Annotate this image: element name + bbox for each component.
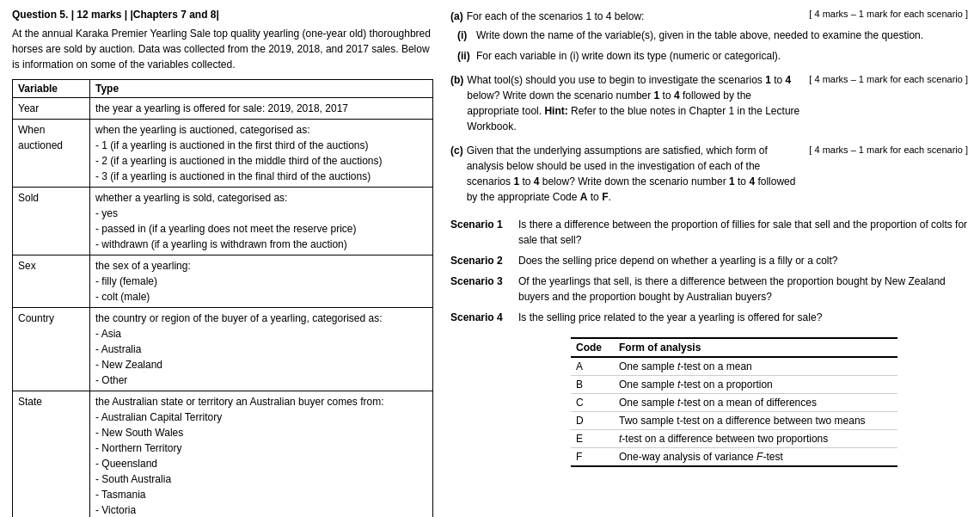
part-a-label: (a): [450, 9, 463, 24]
part-c-text: Given that the underlying assumptions ar…: [467, 145, 796, 203]
var-year: Year: [13, 98, 90, 120]
analysis-c: One sample t-test on a mean of differenc…: [614, 394, 897, 412]
code-row-e: E t-test on a difference between two pro…: [571, 430, 897, 448]
table-row: Sex the sex of a yearling: - filly (fema…: [13, 255, 433, 308]
part-a-text: For each of the scenarios 1 to 4 below:: [467, 9, 645, 24]
part-c-label: (c): [450, 143, 463, 158]
code-row-c: C One sample t-test on a mean of differe…: [571, 394, 897, 412]
part-c-content: Given that the underlying assumptions ar…: [467, 143, 806, 205]
code-row-a: A One sample t-test on a mean: [571, 357, 897, 376]
sub-part-i: (i) Write down the name of the variable(…: [450, 28, 968, 43]
scenarios-section: Scenario 1 Is there a difference between…: [450, 217, 968, 325]
intro-text: At the annual Karaka Premier Yearling Sa…: [12, 26, 433, 72]
var-sold: Sold: [13, 188, 90, 255]
table-row: Country the country or region of the buy…: [13, 308, 433, 391]
code-a: A: [571, 357, 614, 376]
sub-ii-text: For each variable in (i) write down its …: [476, 48, 781, 64]
table-row: Whenauctioned when the yearling is aucti…: [13, 120, 433, 188]
type-year: the year a yearling is offered for sale:…: [90, 98, 433, 120]
question-title: Question 5. | 12 marks | |Chapters 7 and…: [12, 9, 433, 21]
part-b-text: What tool(s) should you use to begin to …: [467, 74, 799, 132]
analysis-e: t-test on a difference between two propo…: [614, 430, 897, 448]
type-when-auctioned: when the yearling is auctioned, categori…: [90, 120, 433, 188]
col-type: Type: [90, 80, 433, 98]
part-b-marks: [ 4 marks – 1 mark for each scenario ]: [809, 72, 968, 87]
code-table-container: Code Form of analysis A One sample t-tes…: [571, 337, 897, 467]
scenario-2: Scenario 2 Does the selling price depend…: [450, 253, 968, 268]
var-when-auctioned: Whenauctioned: [13, 120, 90, 188]
code-col-header: Code: [571, 338, 614, 357]
part-b: (b) What tool(s) should you use to begin…: [450, 72, 968, 134]
analysis-a: One sample t-test on a mean: [614, 357, 897, 376]
code-f: F: [571, 448, 614, 467]
sub-i-label: (i): [457, 28, 473, 43]
sub-ii-label: (ii): [457, 48, 473, 64]
left-column: Question 5. | 12 marks | |Chapters 7 and…: [12, 9, 433, 517]
right-column: (a) For each of the scenarios 1 to 4 bel…: [450, 9, 968, 517]
part-a-header: (a) For each of the scenarios 1 to 4 bel…: [450, 9, 968, 24]
table-row: Sold whether a yearling is sold, categor…: [13, 188, 433, 255]
code-d: D: [571, 412, 614, 430]
analysis-col-header: Form of analysis: [614, 338, 897, 357]
scenario-4-text: Is the selling price related to the year…: [518, 310, 822, 325]
part-b-label: (b): [450, 72, 463, 88]
var-sex: Sex: [13, 255, 90, 308]
page-layout: Question 5. | 12 marks | |Chapters 7 and…: [12, 9, 968, 517]
scenario-1-text: Is there a difference between the propor…: [518, 217, 968, 248]
code-row-b: B One sample t-test on a proportion: [571, 376, 897, 394]
code-row-f: F One-way analysis of variance F-test: [571, 448, 897, 467]
variable-table: Variable Type Year the year a yearling i…: [12, 79, 433, 517]
col-variable: Variable: [13, 80, 90, 98]
type-state: the Australian state or territory an Aus…: [90, 391, 433, 518]
scenario-3: Scenario 3 Of the yearlings that sell, i…: [450, 274, 968, 305]
sub-i-text: Write down the name of the variable(s), …: [476, 28, 923, 43]
code-table: Code Form of analysis A One sample t-tes…: [571, 337, 897, 467]
code-b: B: [571, 376, 614, 394]
part-b-content: What tool(s) should you use to begin to …: [467, 72, 805, 134]
scenario-1: Scenario 1 Is there a difference between…: [450, 217, 968, 248]
part-c-marks: [ 4 marks – 1 mark for each scenario ]: [809, 143, 968, 157]
scenario-3-label: Scenario 3: [450, 274, 515, 305]
type-sold: whether a yearling is sold, categorised …: [90, 188, 433, 255]
code-row-d: D Two sample t-test on a difference betw…: [571, 412, 897, 430]
table-row: Year the year a yearling is offered for …: [13, 98, 433, 120]
scenario-2-label: Scenario 2: [450, 253, 515, 268]
analysis-b: One sample t-test on a proportion: [614, 376, 897, 394]
var-state: State: [13, 391, 90, 518]
analysis-d: Two sample t-test on a difference betwee…: [614, 412, 897, 430]
scenario-2-text: Does the selling price depend on whether…: [518, 253, 838, 268]
table-row: State the Australian state or territory …: [13, 391, 433, 518]
scenario-1-label: Scenario 1: [450, 217, 515, 248]
scenario-3-text: Of the yearlings that sell, is there a d…: [518, 274, 968, 305]
code-e: E: [571, 430, 614, 448]
var-country: Country: [13, 308, 90, 391]
type-sex: the sex of a yearling: - filly (female) …: [90, 255, 433, 308]
part-c: (c) Given that the underlying assumption…: [450, 143, 968, 205]
code-c: C: [571, 394, 614, 412]
type-country: the country or region of the buyer of a …: [90, 308, 433, 391]
part-a-marks: [ 4 marks – 1 mark for each scenario ]: [809, 9, 968, 19]
sub-part-ii: (ii) For each variable in (i) write down…: [450, 48, 968, 64]
scenario-4-label: Scenario 4: [450, 310, 515, 325]
scenario-4: Scenario 4 Is the selling price related …: [450, 310, 968, 325]
part-a: (a) For each of the scenarios 1 to 4 bel…: [450, 9, 968, 64]
analysis-f: One-way analysis of variance F-test: [614, 448, 897, 467]
